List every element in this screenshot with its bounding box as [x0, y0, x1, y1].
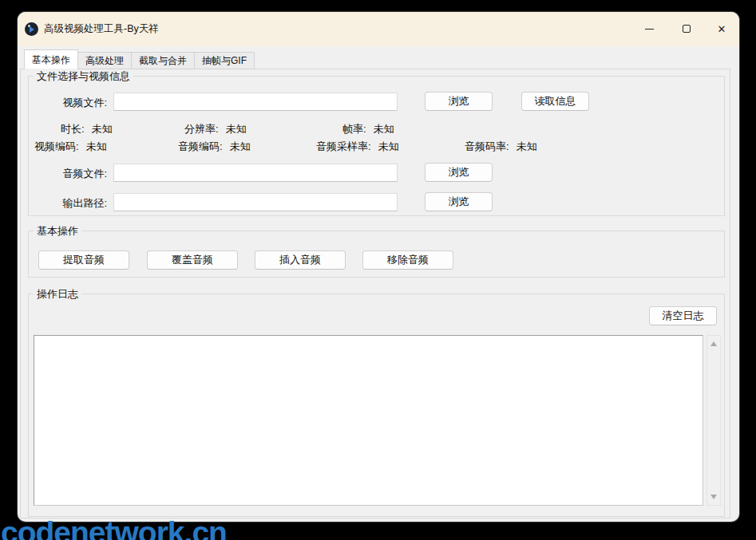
info-duration: 时长:未知 — [61, 122, 113, 136]
audio-file-label: 音频文件: — [29, 167, 107, 181]
tab-basic-operations[interactable]: 基本操作 — [24, 49, 78, 69]
play-icon — [30, 26, 34, 33]
info-framerate-value: 未知 — [374, 123, 394, 135]
info-video-codec-label: 视频编码: — [34, 140, 79, 152]
info-video-codec-value: 未知 — [86, 140, 107, 152]
audio-browse-button[interactable]: 浏览 — [425, 163, 493, 182]
scroll-down-icon — [710, 495, 717, 499]
video-file-input[interactable] — [113, 93, 398, 111]
read-info-button[interactable]: 读取信息 — [521, 92, 589, 111]
log-scrollbar[interactable] — [707, 335, 721, 506]
info-audio-codec-value: 未知 — [230, 140, 251, 152]
tab-frames-and-gif[interactable]: 抽帧与GIF — [194, 52, 255, 69]
info-duration-label: 时长: — [61, 123, 85, 135]
extract-audio-button[interactable]: 提取音频 — [38, 250, 129, 270]
info-video-codec: 视频编码:未知 — [34, 140, 107, 154]
watermark-text: codenetwork.cn — [1, 517, 227, 540]
output-path-label: 输出路径: — [29, 196, 107, 211]
minimize-icon — [645, 29, 654, 30]
scroll-up-icon — [710, 341, 717, 346]
info-audio-samplerate: 音频采样率:未知 — [316, 140, 399, 154]
close-button[interactable]: ✕ — [704, 16, 739, 41]
maximize-button[interactable] — [669, 16, 704, 41]
file-info-group: 文件选择与视频信息 视频文件: 浏览 读取信息 时长:未知 分辨率:未知 帧率:… — [28, 76, 725, 216]
info-duration-value: 未知 — [92, 123, 113, 135]
tab-cut-and-merge[interactable]: 截取与合并 — [131, 52, 195, 69]
clear-log-button[interactable]: 清空日志 — [649, 306, 717, 325]
titlebar[interactable]: 高级视频处理工具-By天祥 ✕ — [18, 12, 739, 46]
info-resolution-label: 分辨率: — [184, 123, 219, 135]
info-audio-bitrate: 音频码率:未知 — [465, 140, 537, 154]
minimize-button[interactable] — [631, 16, 667, 41]
log-textarea[interactable] — [34, 335, 703, 506]
info-audio-samplerate-value: 未知 — [378, 140, 399, 152]
info-resolution-value: 未知 — [226, 123, 247, 135]
app-icon — [25, 22, 38, 36]
info-audio-codec: 音频编码:未知 — [178, 140, 251, 154]
video-file-label: 视频文件: — [29, 96, 107, 110]
basic-ops-group-title: 基本操作 — [34, 225, 81, 237]
info-framerate: 帧率:未知 — [342, 122, 394, 136]
basic-ops-group: 基本操作 提取音频 覆盖音频 插入音频 移除音频 — [28, 231, 725, 278]
info-audio-codec-label: 音频编码: — [178, 140, 223, 152]
log-group: 操作日志 清空日志 — [28, 294, 725, 517]
remove-audio-button[interactable]: 移除音频 — [362, 250, 453, 270]
tab-bar: 基本操作 高级处理 截取与合并 抽帧与GIF — [24, 49, 254, 69]
info-audio-samplerate-label: 音频采样率: — [316, 140, 371, 152]
info-audio-bitrate-label: 音频码率: — [465, 140, 509, 152]
window-title: 高级视频处理工具-By天祥 — [44, 12, 159, 46]
output-browse-button[interactable]: 浏览 — [425, 192, 493, 211]
info-framerate-label: 帧率: — [342, 123, 366, 135]
close-icon: ✕ — [718, 23, 726, 35]
audio-file-input[interactable] — [113, 164, 398, 182]
info-audio-bitrate-value: 未知 — [517, 140, 537, 152]
app-window: 高级视频处理工具-By天祥 ✕ 基本操作 高级处理 截取与合并 抽帧与GIF 文… — [18, 12, 739, 522]
maximize-icon — [683, 25, 691, 33]
file-info-group-title: 文件选择与视频信息 — [34, 70, 133, 82]
tab-advanced-processing[interactable]: 高级处理 — [77, 52, 132, 69]
insert-audio-button[interactable]: 插入音频 — [255, 250, 346, 270]
video-browse-button[interactable]: 浏览 — [425, 92, 493, 111]
overlay-audio-button[interactable]: 覆盖音频 — [147, 250, 238, 270]
scroll-up-button[interactable] — [707, 337, 720, 350]
info-resolution: 分辨率:未知 — [184, 122, 247, 136]
output-path-input[interactable] — [113, 193, 398, 211]
scroll-down-button[interactable] — [707, 491, 720, 503]
log-group-title: 操作日志 — [34, 288, 81, 300]
